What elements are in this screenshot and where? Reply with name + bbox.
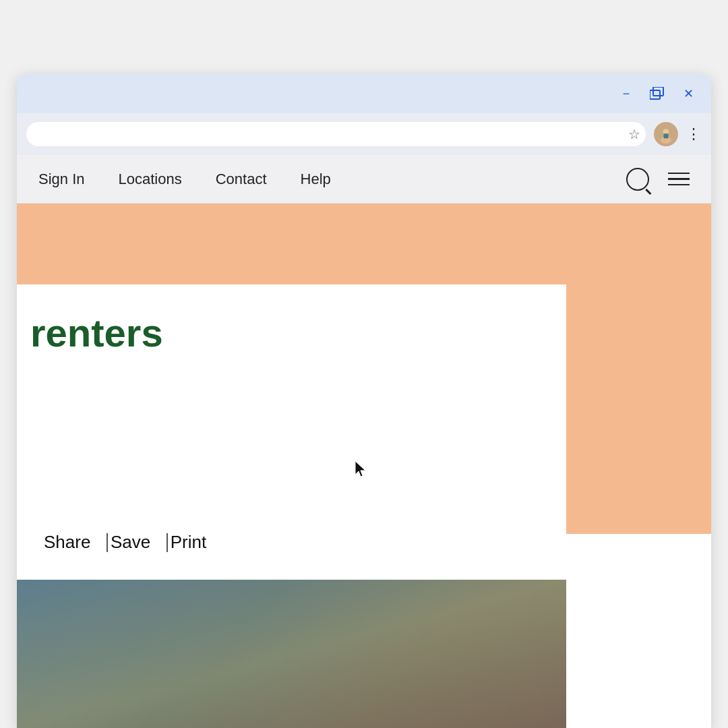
nav-icons bbox=[626, 168, 690, 191]
hero-banner bbox=[17, 204, 566, 284]
cursor-icon bbox=[354, 460, 369, 479]
nav-item-locations[interactable]: Locations bbox=[119, 171, 182, 188]
divider-2 bbox=[166, 533, 168, 552]
nav-item-help[interactable]: Help bbox=[301, 171, 331, 188]
nav-items: Sign In Locations Contact Help bbox=[38, 171, 626, 188]
restore-button[interactable] bbox=[648, 84, 667, 103]
search-icon[interactable] bbox=[626, 168, 649, 191]
content-box: renters Share Save Print bbox=[17, 284, 566, 580]
bookmark-icon[interactable]: ☆ bbox=[628, 126, 640, 142]
divider-1 bbox=[107, 533, 108, 552]
site-nav: Sign In Locations Contact Help bbox=[17, 155, 711, 204]
browser-window: − ✕ ☆ ⋮ Sign bbox=[17, 74, 711, 728]
browser-menu-button[interactable]: ⋮ bbox=[686, 125, 702, 143]
address-bar-row: ☆ ⋮ bbox=[17, 113, 711, 155]
right-sidebar bbox=[566, 204, 711, 728]
hero-photo bbox=[17, 580, 566, 728]
action-links: Share Save Print bbox=[30, 532, 546, 553]
minimize-button[interactable]: − bbox=[617, 84, 636, 103]
close-button[interactable]: ✕ bbox=[679, 84, 698, 103]
right-sidebar-orange bbox=[566, 204, 711, 534]
svg-rect-0 bbox=[653, 87, 663, 96]
photo-overlay bbox=[17, 580, 566, 728]
svg-rect-5 bbox=[664, 133, 669, 138]
nav-item-contact[interactable]: Contact bbox=[216, 171, 267, 188]
hamburger-icon[interactable] bbox=[668, 173, 690, 186]
print-link[interactable]: Print bbox=[171, 532, 220, 553]
profile-avatar[interactable] bbox=[654, 122, 678, 146]
share-link[interactable]: Share bbox=[30, 532, 104, 553]
restore-icon bbox=[650, 87, 665, 100]
nav-item-sign-in[interactable]: Sign In bbox=[38, 171, 85, 188]
save-link[interactable]: Save bbox=[111, 532, 164, 553]
address-bar[interactable]: ☆ bbox=[26, 122, 646, 146]
avatar-image bbox=[657, 125, 675, 144]
page-content: renters Share Save Print bbox=[17, 204, 711, 728]
hero-title: renters bbox=[30, 311, 546, 355]
main-content: renters Share Save Print bbox=[17, 204, 566, 728]
title-bar: − ✕ bbox=[17, 74, 711, 113]
svg-rect-1 bbox=[650, 90, 660, 99]
right-sidebar-white bbox=[566, 534, 711, 728]
